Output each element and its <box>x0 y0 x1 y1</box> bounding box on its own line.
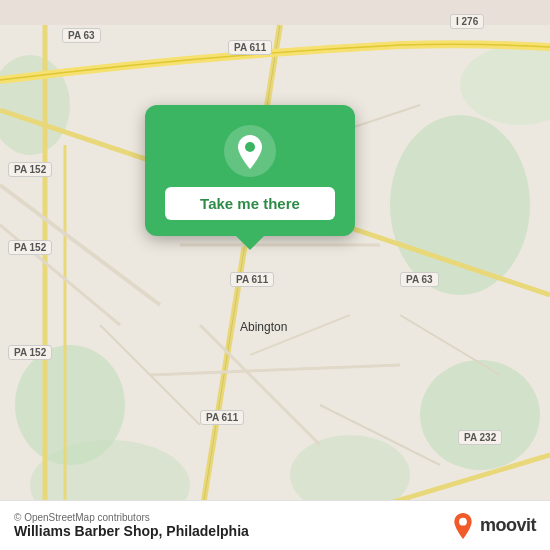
road-label-pa152-mid2: PA 152 <box>8 240 52 255</box>
take-me-there-button[interactable]: Take me there <box>165 187 335 220</box>
location-pin-icon <box>224 125 276 177</box>
bottom-left-info: © OpenStreetMap contributors Williams Ba… <box>14 512 249 539</box>
road-label-pa152-mid: PA 152 <box>8 162 52 177</box>
map-svg <box>0 0 550 550</box>
svg-point-26 <box>459 517 467 525</box>
road-label-i276: I 276 <box>450 14 484 29</box>
location-name: Williams Barber Shop, Philadelphia <box>14 523 249 539</box>
road-label-pa611-low: PA 611 <box>200 410 244 425</box>
svg-point-3 <box>420 360 540 470</box>
location-card: Take me there <box>145 105 355 236</box>
road-label-pa63-top: PA 63 <box>62 28 101 43</box>
moovit-brand-text: moovit <box>480 515 536 536</box>
map-container: PA 611PA 63PA 152PA 152PA 152PA 611PA 63… <box>0 0 550 550</box>
road-label-pa63-mid: PA 63 <box>400 272 439 287</box>
map-attribution: © OpenStreetMap contributors <box>14 512 249 523</box>
moovit-pin-icon <box>450 513 476 539</box>
bottom-bar: © OpenStreetMap contributors Williams Ba… <box>0 500 550 550</box>
road-label-pa152-low: PA 152 <box>8 345 52 360</box>
svg-point-25 <box>245 142 255 152</box>
road-label-pa611-mid: PA 611 <box>230 272 274 287</box>
town-label-abington: Abington <box>240 320 287 334</box>
road-label-pa232: PA 232 <box>458 430 502 445</box>
road-label-pa611-top: PA 611 <box>228 40 272 55</box>
moovit-logo: moovit <box>450 513 536 539</box>
svg-point-1 <box>390 115 530 295</box>
